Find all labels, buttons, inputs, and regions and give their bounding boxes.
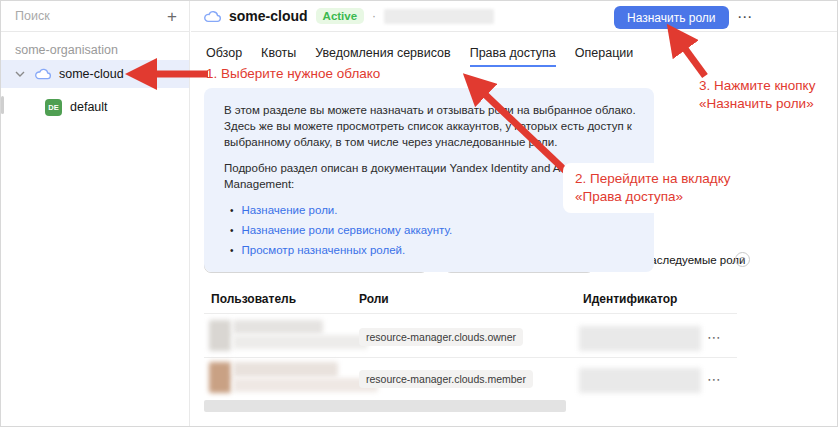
info-paragraph: В этом разделе вы можете назначать и отз…: [224, 102, 636, 150]
app-window: Поиск + some-organisation some-cloud DE …: [0, 0, 838, 427]
column-header-identifier: Идентификатор: [583, 292, 677, 306]
redacted-user-avatar: [209, 362, 231, 393]
annotation-step3-line2: «Назначить роли»: [699, 95, 838, 113]
redacted-identifier: [579, 326, 701, 351]
sidebar-item-label: some-cloud: [59, 67, 124, 81]
sidebar-item-default[interactable]: DE default: [1, 93, 189, 121]
search-input[interactable]: Поиск: [15, 9, 167, 23]
add-icon[interactable]: +: [167, 8, 177, 25]
dot-separator: ·: [372, 9, 376, 23]
annotation-step3-line1: 3. Нажмите кнопку: [699, 77, 838, 95]
folder-badge: DE: [45, 99, 62, 116]
row-more-icon[interactable]: ⋯: [707, 330, 722, 344]
cloud-icon: [35, 68, 51, 80]
sidebar-item-some-cloud[interactable]: some-cloud: [1, 60, 189, 88]
role-chip: resource-manager.clouds.member: [359, 370, 533, 388]
redacted-user-avatar: [209, 320, 231, 351]
sidebar-scrollbar[interactable]: [1, 96, 4, 114]
bullet-icon: •: [230, 243, 234, 259]
annotation-step2-line2: «Права доступа»: [575, 188, 735, 206]
table-divider: [204, 357, 737, 358]
tab-bar: Обзор Квоты Уведомления сервисов Права д…: [206, 46, 633, 67]
link-assign-role[interactable]: Назначение роли.: [242, 202, 338, 218]
annotation-step3: 3. Нажмите кнопку «Назначить роли»: [699, 77, 838, 113]
sidebar-item-label: default: [70, 100, 108, 114]
status-badge: Active: [316, 8, 365, 24]
link-view-assigned-roles[interactable]: Просмотр назначенных ролей.: [242, 242, 406, 258]
annotation-step1: 1. Выберите нужное облако: [206, 65, 380, 83]
horizontal-scrollbar[interactable]: [204, 400, 566, 412]
bullet-icon: •: [230, 223, 234, 239]
redacted-user-name: [233, 320, 323, 334]
redacted-user-name: [233, 362, 338, 377]
link-assign-role-service-account[interactable]: Назначение роли сервисному аккаунту.: [242, 222, 453, 238]
table-divider: [204, 313, 737, 314]
redacted-user-login: [233, 335, 368, 349]
sidebar-search-row: Поиск +: [1, 1, 189, 32]
inherited-roles-label: Наследуемые роли: [642, 254, 745, 266]
cloud-icon: [204, 10, 221, 23]
tab-overview[interactable]: Обзор: [206, 46, 242, 67]
annotation-step2-line1: 2. Перейдите на вкладку: [575, 170, 735, 188]
tab-service-notifications[interactable]: Уведомления сервисов: [315, 46, 450, 67]
tab-access-rights[interactable]: Права доступа: [470, 46, 556, 67]
role-chip: resource-manager.clouds.owner: [359, 328, 523, 346]
redacted-cloud-id: [384, 9, 494, 24]
tab-quotas[interactable]: Квоты: [261, 46, 296, 67]
organisation-label[interactable]: some-organisation: [15, 43, 118, 57]
sidebar: Поиск + some-organisation some-cloud DE …: [1, 1, 190, 426]
bullet-icon: •: [230, 203, 234, 219]
chevron-down-icon: [15, 71, 25, 77]
column-header-roles: Роли: [359, 292, 389, 306]
redacted-user-login: [233, 378, 378, 392]
column-header-user: Пользователь: [211, 292, 296, 306]
tab-operations[interactable]: Операции: [575, 46, 633, 67]
assign-roles-button[interactable]: Назначить роли: [614, 6, 729, 29]
page-title: some-cloud: [229, 8, 308, 24]
help-icon[interactable]: ?: [735, 252, 750, 267]
redacted-identifier: [579, 368, 701, 393]
more-menu-icon[interactable]: ⋯: [737, 9, 753, 24]
annotation-step2-card: 2. Перейдите на вкладку «Права доступа»: [563, 163, 735, 213]
row-more-icon[interactable]: ⋯: [707, 372, 722, 386]
